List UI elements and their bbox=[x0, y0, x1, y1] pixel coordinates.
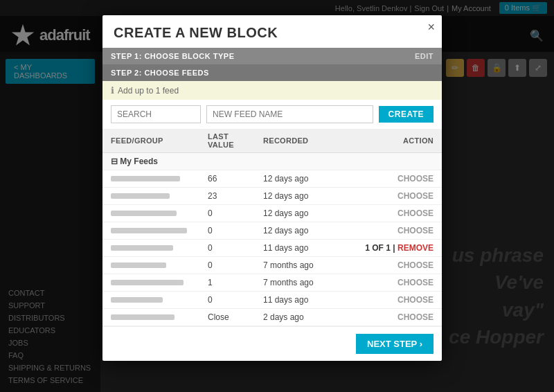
feed-name-cell bbox=[102, 188, 199, 205]
step1-label: STEP 1: CHOOSE BLOCK TYPE bbox=[111, 52, 235, 60]
step1-edit-button[interactable]: EDIT bbox=[415, 52, 434, 60]
step2-header: STEP 2: CHOOSE FEEDS bbox=[102, 64, 442, 81]
choose-button[interactable]: CHOOSE bbox=[338, 274, 442, 292]
table-row: 0 12 days ago CHOOSE bbox=[102, 222, 442, 240]
choose-button[interactable]: CHOOSE bbox=[338, 205, 442, 222]
step2-label: STEP 2: CHOOSE FEEDS bbox=[111, 69, 209, 77]
feed-name-bar bbox=[111, 228, 187, 233]
feed-name-bar bbox=[111, 176, 180, 181]
info-text: Add up to 1 feed bbox=[118, 86, 179, 96]
last-value-cell: 0 bbox=[199, 257, 255, 274]
info-bar: ℹ Add up to 1 feed bbox=[102, 81, 442, 100]
choose-button[interactable]: CHOOSE bbox=[338, 188, 442, 205]
search-input[interactable] bbox=[111, 105, 201, 123]
feed-name-bar bbox=[111, 280, 184, 285]
recorded-cell: 12 days ago bbox=[255, 205, 338, 222]
feed-name-cell bbox=[102, 257, 199, 274]
feed-name-bar bbox=[111, 262, 166, 268]
col-feed-group: FEED/GROUP bbox=[102, 129, 199, 153]
last-value-cell: 0 bbox=[199, 292, 255, 309]
last-value-cell: 23 bbox=[199, 188, 255, 205]
col-action: ACTION bbox=[338, 129, 442, 153]
modal-close-button[interactable]: × bbox=[427, 21, 435, 33]
feed-name-cell bbox=[102, 205, 199, 222]
info-icon: ℹ bbox=[111, 85, 114, 96]
recorded-cell: 7 months ago bbox=[255, 257, 338, 274]
table-row: 0 12 days ago CHOOSE bbox=[102, 205, 442, 222]
choose-button[interactable]: CHOOSE bbox=[338, 222, 442, 240]
feed-name-cell bbox=[102, 222, 199, 240]
of-label: 1 OF 1 | bbox=[365, 243, 397, 253]
recorded-cell: 11 days ago bbox=[255, 292, 338, 309]
last-value-cell: Close bbox=[199, 309, 255, 326]
feed-name-bar bbox=[111, 245, 173, 251]
next-step-button[interactable]: NEXT STEP › bbox=[356, 334, 434, 354]
recorded-cell: 11 days ago bbox=[255, 240, 338, 257]
table-row: 23 12 days ago CHOOSE bbox=[102, 188, 442, 205]
feed-name-cell bbox=[102, 170, 199, 188]
feed-name-bar bbox=[111, 297, 163, 303]
recorded-cell: 12 days ago bbox=[255, 188, 338, 205]
last-value-cell: 0 bbox=[199, 240, 255, 257]
feed-name-bar bbox=[111, 314, 175, 320]
feed-name-bar bbox=[111, 193, 170, 199]
new-feed-name-input[interactable] bbox=[206, 105, 373, 123]
create-feed-button[interactable]: CREATE bbox=[379, 106, 434, 123]
collapse-icon[interactable]: ⊟ bbox=[111, 157, 118, 166]
feed-group-label: ⊟ My Feeds bbox=[102, 153, 442, 170]
remove-button[interactable]: REMOVE bbox=[397, 243, 434, 253]
feeds-table: FEED/GROUP LAST VALUE RECORDED ACTION ⊟ … bbox=[102, 129, 442, 326]
col-last-value: LAST VALUE bbox=[199, 129, 255, 153]
choose-button[interactable]: CHOOSE bbox=[338, 170, 442, 188]
last-value-cell: 66 bbox=[199, 170, 255, 188]
step1-header: STEP 1: CHOOSE BLOCK TYPE EDIT bbox=[102, 48, 442, 64]
col-recorded: RECORDED bbox=[255, 129, 338, 153]
action-cell-selected: 1 OF 1 | REMOVE bbox=[338, 240, 442, 257]
feed-controls: CREATE bbox=[102, 100, 442, 129]
last-value-cell: 1 bbox=[199, 274, 255, 292]
modal-footer: NEXT STEP › bbox=[102, 326, 442, 361]
feed-name-cell bbox=[102, 274, 199, 292]
table-row: 1 7 months ago CHOOSE bbox=[102, 274, 442, 292]
table-row: 0 11 days ago 1 OF 1 | REMOVE bbox=[102, 240, 442, 257]
recorded-cell: 12 days ago bbox=[255, 170, 338, 188]
modal-title: CREATE A NEW BLOCK bbox=[102, 15, 442, 48]
feed-name-bar bbox=[111, 211, 177, 216]
table-row: 0 11 days ago CHOOSE bbox=[102, 292, 442, 309]
feed-name-cell bbox=[102, 292, 199, 309]
feed-name-cell bbox=[102, 240, 199, 257]
table-row: 0 7 months ago CHOOSE bbox=[102, 257, 442, 274]
feed-name-cell bbox=[102, 309, 199, 326]
choose-button[interactable]: CHOOSE bbox=[338, 309, 442, 326]
choose-button[interactable]: CHOOSE bbox=[338, 257, 442, 274]
recorded-cell: 12 days ago bbox=[255, 222, 338, 240]
recorded-cell: 7 months ago bbox=[255, 274, 338, 292]
table-row: 66 12 days ago CHOOSE bbox=[102, 170, 442, 188]
last-value-cell: 0 bbox=[199, 222, 255, 240]
choose-button[interactable]: CHOOSE bbox=[338, 292, 442, 309]
recorded-cell: 2 days ago bbox=[255, 309, 338, 326]
feed-group-row: ⊟ My Feeds bbox=[102, 153, 442, 170]
last-value-cell: 0 bbox=[199, 205, 255, 222]
table-row: Close 2 days ago CHOOSE bbox=[102, 309, 442, 326]
create-block-modal: × CREATE A NEW BLOCK STEP 1: CHOOSE BLOC… bbox=[102, 15, 442, 361]
